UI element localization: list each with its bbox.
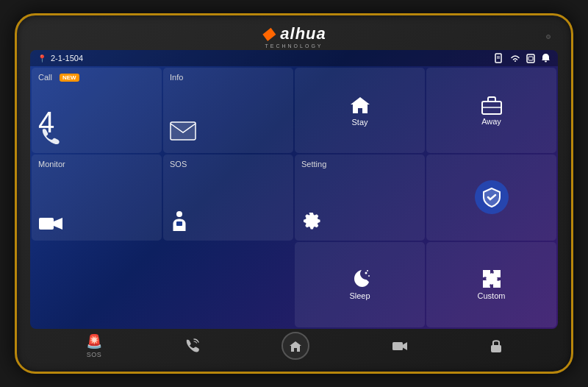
tile-stay[interactable]: Stay	[295, 68, 425, 153]
gear-icon	[301, 210, 323, 232]
info-label: Info	[170, 73, 287, 82]
brand-icon: ◆	[262, 24, 275, 43]
sim-icon	[526, 53, 535, 63]
tile-armed[interactable]	[426, 155, 556, 240]
lock-button[interactable]	[490, 338, 502, 353]
brand-text: alhua	[280, 24, 326, 43]
svg-rect-6	[171, 122, 196, 140]
bell-icon	[541, 53, 551, 63]
tile-call[interactable]: Call NEW 4	[32, 68, 162, 153]
setting-label: Setting	[301, 160, 418, 168]
call-hw-icon	[184, 338, 199, 353]
front-camera	[546, 35, 551, 39]
away-label: Away	[481, 117, 501, 126]
camera-icon	[38, 215, 63, 232]
file-icon	[494, 53, 504, 63]
status-left: 📍 2-1-1504	[37, 54, 83, 63]
briefcase-icon	[481, 96, 503, 115]
custom-label: Custom	[478, 291, 506, 300]
bottom-controls: 🚨 SOS	[30, 329, 558, 363]
sleep-icon	[350, 269, 370, 289]
sos-button[interactable]: 🚨 SOS	[86, 333, 102, 358]
lock-icon	[490, 338, 502, 353]
svg-point-5	[545, 61, 547, 63]
svg-rect-16	[491, 345, 501, 352]
svg-rect-15	[392, 342, 403, 350]
sos-icon: 🚨	[86, 333, 102, 349]
tile-custom[interactable]: Custom	[426, 242, 556, 327]
svg-rect-11	[176, 221, 182, 226]
top-bar: ◆ alhua TECHNOLOGY	[30, 23, 558, 50]
brand-logo: ◆ alhua TECHNOLOGY	[262, 24, 326, 49]
brand-name: ◆ alhua	[262, 24, 326, 43]
brand-subtitle: TECHNOLOGY	[265, 43, 323, 49]
shield-icon	[482, 187, 501, 207]
tile-away[interactable]: Away	[426, 68, 556, 153]
svg-point-13	[368, 275, 370, 277]
tile-empty-1	[32, 242, 162, 327]
call-button[interactable]	[184, 338, 199, 353]
svg-point-12	[365, 272, 367, 274]
svg-point-14	[367, 270, 368, 271]
tile-empty-2	[163, 242, 293, 327]
envelope-icon	[170, 121, 196, 141]
app-grid: Call NEW 4 Info	[30, 66, 558, 329]
wifi-icon	[510, 54, 520, 63]
sos-hw-label: SOS	[87, 351, 102, 358]
location-icon: 📍	[37, 54, 46, 63]
sos-label: SOS	[170, 160, 287, 168]
screen: 📍 2-1-1504	[30, 50, 558, 329]
stay-label: Stay	[351, 118, 368, 127]
tile-info[interactable]: Info	[163, 68, 293, 153]
tile-sleep[interactable]: Sleep	[295, 242, 425, 327]
cam-hw-icon	[392, 340, 408, 352]
phone-icon	[39, 127, 60, 147]
sos-person-icon	[170, 210, 189, 232]
tile-sos[interactable]: SOS	[163, 155, 293, 240]
svg-point-10	[176, 211, 182, 217]
call-label: Call	[38, 73, 155, 82]
svg-rect-9	[39, 218, 54, 230]
device-frame: ◆ alhua TECHNOLOGY 📍 2-1-1504	[15, 13, 573, 374]
status-right	[494, 53, 551, 63]
home-hw-icon	[289, 340, 302, 352]
tile-monitor[interactable]: Monitor	[32, 155, 162, 240]
sleep-label: Sleep	[349, 291, 370, 300]
shield-circle	[475, 180, 509, 214]
address-text: 2-1-1504	[51, 54, 83, 63]
tile-setting[interactable]: Setting	[295, 155, 425, 240]
new-badge: NEW	[60, 74, 79, 82]
cam-button[interactable]	[392, 340, 408, 352]
svg-rect-4	[528, 57, 533, 60]
home-stay-icon	[349, 95, 371, 116]
status-bar: 📍 2-1-1504	[30, 50, 558, 66]
puzzle-icon	[481, 269, 502, 289]
home-button[interactable]	[282, 332, 309, 360]
monitor-label: Monitor	[38, 160, 155, 168]
